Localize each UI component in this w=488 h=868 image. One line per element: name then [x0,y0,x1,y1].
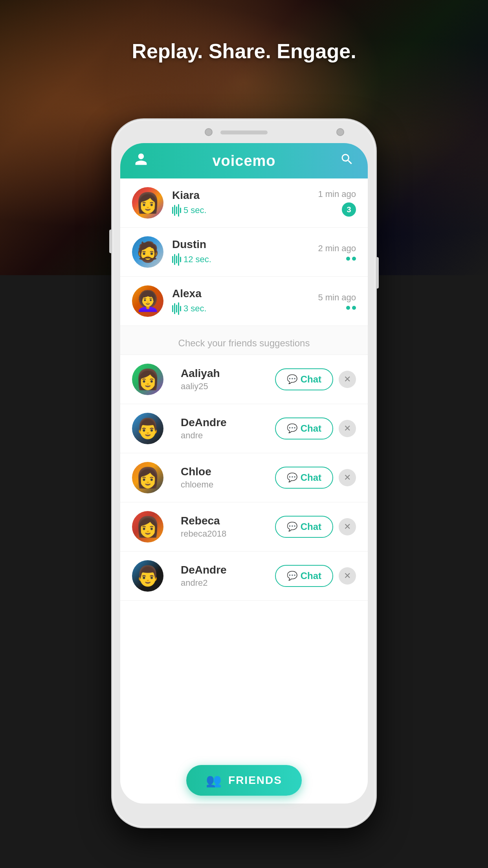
suggestion-info-chloe: Chloe chloeme [181,465,275,490]
chat-button-rebeca[interactable]: 💬 Chat [275,516,333,538]
chat-name-alexa: Alexa [172,287,318,300]
avatar-dustin: 🧔 [132,236,163,268]
suggestion-avatar-rebeca: 👩 [132,511,163,542]
suggestion-username-chloe: chloeme [181,480,275,490]
avatar-kiara: 👩 [132,187,163,219]
suggestion-name-chloe: Chloe [181,465,275,478]
chat-btn-icon-chloe: 💬 [287,473,297,483]
chat-button-deandre2[interactable]: 💬 Chat [275,565,333,587]
camera-right [336,128,344,136]
suggestion-avatar-deandre: 👨 [132,413,163,444]
suggestion-actions-chloe: 💬 Chat ✕ [275,467,356,489]
dismiss-button-deandre2[interactable]: ✕ [339,567,356,585]
chat-info-alexa: Alexa 3 sec. [172,287,318,315]
chat-btn-icon-aaliyah: 💬 [287,374,297,384]
chat-time: 2 min ago [318,243,356,254]
voice-duration-kiara: 5 sec. [183,205,207,215]
suggestion-username-deandre: andre [181,430,275,441]
friends-fab-button[interactable]: 👥 FRIENDS [186,765,302,796]
chat-list: 👩 Kiara 5 sec. 1 min ago3 🧔 Dustin 12 se… [120,178,368,326]
dismiss-button-chloe[interactable]: ✕ [339,469,356,486]
suggestion-item-deandre: 👨 DeAndre andre 💬 Chat ✕ [120,404,368,453]
suggestion-item-rebeca: 👩 Rebeca rebeca2018 💬 Chat ✕ [120,502,368,552]
app-title: voicemo [212,153,275,169]
suggestion-actions-rebeca: 💬 Chat ✕ [275,516,356,538]
suggestion-info-aaliyah: Aaliyah aaliy25 [181,367,275,392]
suggestion-name-aaliyah: Aaliyah [181,367,275,380]
dismiss-button-aaliyah[interactable]: ✕ [339,371,356,388]
chat-preview-alexa: 3 sec. [172,302,318,315]
chat-button-deandre[interactable]: 💬 Chat [275,417,333,440]
suggestion-avatar-aaliyah: 👩 [132,364,163,395]
unread-badge: 3 [342,202,356,217]
chat-btn-icon-rebeca: 💬 [287,522,297,532]
voice-bars-kiara [172,204,181,217]
chat-info-dustin: Dustin 12 sec. [172,238,318,266]
chat-item-kiara[interactable]: 👩 Kiara 5 sec. 1 min ago3 [120,178,368,228]
suggestion-name-rebeca: Rebeca [181,515,275,527]
phone-mockup: voicemo 👩 Kiara 5 sec. 1 min [112,120,376,827]
chat-btn-icon-deandre: 💬 [287,423,297,434]
status-dots [346,257,356,261]
friends-fab-label: FRIENDS [228,774,282,787]
suggestion-item-aaliyah: 👩 Aaliyah aaliy25 💬 Chat ✕ [120,355,368,404]
chat-meta-alexa: 5 min ago [318,292,356,310]
chat-btn-label-aaliyah: Chat [301,374,321,385]
suggestion-actions-deandre2: 💬 Chat ✕ [275,565,356,587]
voice-duration-dustin: 12 sec. [183,254,211,265]
chat-preview-kiara: 5 sec. [172,204,318,217]
profile-icon[interactable] [134,152,148,169]
power-button [376,257,379,289]
chat-name-kiara: Kiara [172,189,318,202]
dismiss-button-rebeca[interactable]: ✕ [339,518,356,535]
chat-time: 5 min ago [318,292,356,303]
chat-button-aaliyah[interactable]: 💬 Chat [275,368,333,390]
suggestion-username-rebeca: rebeca2018 [181,529,275,539]
chat-btn-icon-deandre2: 💬 [287,571,297,581]
chat-name-dustin: Dustin [172,238,318,251]
suggestion-avatar-chloe: 👩 [132,462,163,493]
suggestion-info-deandre: DeAndre andre [181,416,275,441]
chat-btn-label-rebeca: Chat [301,521,321,532]
volume-button [109,230,112,253]
screen-content: 👩 Kiara 5 sec. 1 min ago3 🧔 Dustin 12 se… [120,178,368,804]
suggestion-actions-aaliyah: 💬 Chat ✕ [275,368,356,390]
chat-meta-kiara: 1 min ago3 [318,189,356,217]
suggestion-name-deandre: DeAndre [181,416,275,429]
voice-duration-alexa: 3 sec. [183,303,207,314]
app-tagline: Replay. Share. Engage. [132,39,356,63]
voice-bars-alexa [172,302,181,315]
suggestion-name-deandre2: DeAndre [181,564,275,576]
search-icon[interactable] [340,152,354,169]
chat-meta-dustin: 2 min ago [318,243,356,261]
status-dots [346,306,356,310]
chat-info-kiara: Kiara 5 sec. [172,189,318,217]
phone-screen: voicemo 👩 Kiara 5 sec. 1 min [120,143,368,804]
chat-btn-label-chloe: Chat [301,472,321,483]
suggestion-actions-deandre: 💬 Chat ✕ [275,417,356,440]
suggestion-item-chloe: 👩 Chloe chloeme 💬 Chat ✕ [120,453,368,502]
suggestions-header: Check your friends suggestions [120,326,368,355]
chat-btn-label-deandre2: Chat [301,570,321,581]
camera-left [205,128,213,136]
suggestion-username-aaliyah: aaliy25 [181,381,275,392]
suggestion-avatar-deandre2: 👨 [132,560,163,592]
suggestion-info-rebeca: Rebeca rebeca2018 [181,515,275,539]
suggestion-item-deandre2: 👨 DeAndre andre2 💬 Chat ✕ [120,552,368,601]
suggestions-list: 👩 Aaliyah aaliy25 💬 Chat ✕ 👨 DeAndre and… [120,355,368,601]
app-header: voicemo [120,143,368,178]
voice-bars-dustin [172,253,181,266]
chat-time: 1 min ago [318,189,356,199]
phone-shell: voicemo 👩 Kiara 5 sec. 1 min [112,120,376,827]
suggestion-info-deandre2: DeAndre andre2 [181,564,275,588]
chat-item-alexa[interactable]: 👩‍🦱 Alexa 3 sec. 5 min ago [120,277,368,326]
chat-item-dustin[interactable]: 🧔 Dustin 12 sec. 2 min ago [120,228,368,277]
avatar-alexa: 👩‍🦱 [132,285,163,317]
friends-icon: 👥 [206,773,222,788]
chat-preview-dustin: 12 sec. [172,253,318,266]
chat-button-chloe[interactable]: 💬 Chat [275,467,333,489]
dismiss-button-deandre[interactable]: ✕ [339,420,356,437]
chat-btn-label-deandre: Chat [301,423,321,434]
suggestion-username-deandre2: andre2 [181,578,275,588]
